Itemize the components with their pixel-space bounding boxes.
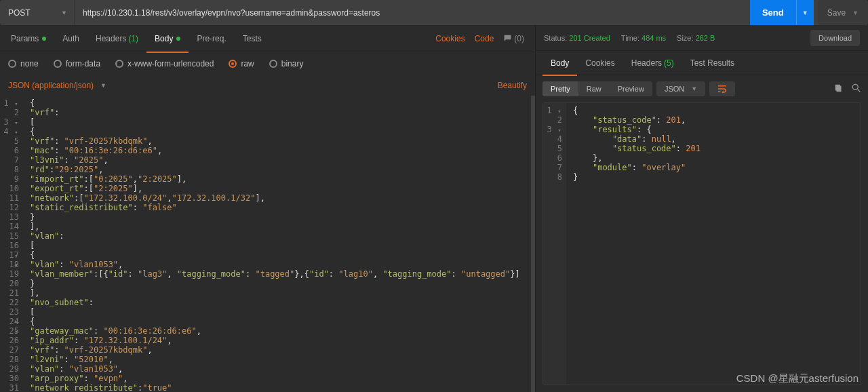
url-text: https://10.230.1.18/rest/v3/overlay/evpn… <box>83 8 380 18</box>
rtab-cookies[interactable]: Cookies <box>577 51 623 75</box>
caret-down-icon: ▼ <box>61 9 67 16</box>
send-button[interactable]: Send <box>750 0 796 25</box>
rtab-headers[interactable]: Headers (5) <box>623 51 682 75</box>
view-preview[interactable]: Preview <box>610 81 652 96</box>
tab-body[interactable]: Body <box>146 25 189 52</box>
line-gutter: 1 ▾23 ▾45678 <box>543 103 566 385</box>
caret-down-icon: ▼ <box>852 9 859 16</box>
search-icon[interactable] <box>852 83 861 95</box>
response-code: { "status_code": 201, "results": { "data… <box>543 103 861 182</box>
url-input[interactable]: https://10.230.1.18/rest/v3/overlay/evpn… <box>75 0 750 25</box>
wrap-icon <box>717 85 727 93</box>
comments-button[interactable]: (0) <box>503 34 524 43</box>
view-raw[interactable]: Raw <box>578 81 610 96</box>
view-mode-group: Pretty Raw Preview <box>542 81 652 96</box>
status-value: 201 Created <box>569 34 610 42</box>
radio-icon <box>54 60 62 68</box>
response-body-editor[interactable]: 1 ▾23 ▾45678 { "status_code": 201, "resu… <box>542 102 861 385</box>
http-method-label: POST <box>8 8 31 18</box>
send-label: Send <box>762 7 784 18</box>
save-button[interactable]: Save ▼ <box>818 0 868 25</box>
caret-down-icon: ▼ <box>100 82 106 89</box>
response-toolbar: Pretty Raw Preview JSON ▼ <box>536 75 868 102</box>
request-body-editor[interactable]: 1 ▾23 ▾4 ▾5678910111213141516 ▾17 ▾18192… <box>0 96 535 392</box>
save-label: Save <box>827 8 846 18</box>
code-link[interactable]: Code <box>475 34 494 43</box>
radio-icon <box>8 60 16 68</box>
response-status-row: Status: 201 Created Time: 484 ms Size: 2… <box>536 25 868 51</box>
tab-tests[interactable]: Tests <box>235 25 270 52</box>
request-tabs: Params Auth Headers(1) Body Pre-req. Tes… <box>0 25 535 52</box>
dot-indicator <box>42 37 46 41</box>
line-gutter: 1 ▾23 ▾4 ▾5678910111213141516 ▾17 ▾18192… <box>0 96 23 392</box>
scrollbar[interactable] <box>531 96 535 392</box>
dot-indicator <box>176 37 180 41</box>
request-code: {"vrf":[{"vrf": "vrf-20257kbdqmk","mac":… <box>0 96 535 392</box>
status-label: Status: <box>544 34 567 42</box>
copy-icon[interactable] <box>834 83 844 95</box>
body-type-none[interactable]: none <box>8 59 39 68</box>
http-method-select[interactable]: POST ▼ <box>0 0 75 25</box>
radio-icon <box>229 60 237 68</box>
svg-point-0 <box>852 84 858 90</box>
body-type-row: none form-data x-www-form-urlencoded raw… <box>0 52 535 75</box>
tab-params[interactable]: Params <box>3 25 54 52</box>
time-label: Time: <box>621 34 639 42</box>
body-type-xwww[interactable]: x-www-form-urlencoded <box>115 59 214 68</box>
tab-prereq[interactable]: Pre-req. <box>189 25 234 52</box>
comment-icon <box>503 34 512 43</box>
beautify-button[interactable]: Beautify <box>498 81 527 90</box>
response-format-select[interactable]: JSON ▼ <box>656 81 705 96</box>
body-type-raw[interactable]: raw <box>229 59 254 68</box>
rtab-tests[interactable]: Test Results <box>682 51 743 75</box>
size-value: 262 B <box>696 34 715 42</box>
content-type-label: JSON (application/json) <box>8 81 94 90</box>
tab-headers[interactable]: Headers(1) <box>87 25 146 52</box>
view-pretty[interactable]: Pretty <box>542 81 578 96</box>
time-value: 484 ms <box>642 34 666 42</box>
cookies-link[interactable]: Cookies <box>435 34 465 43</box>
download-button[interactable]: Download <box>810 30 860 46</box>
response-tabs: Body Cookies Headers (5) Test Results <box>536 51 868 75</box>
content-type-select[interactable]: JSON (application/json) ▼ <box>8 81 106 90</box>
tab-auth[interactable]: Auth <box>54 25 87 52</box>
size-label: Size: <box>677 34 693 42</box>
body-type-binary[interactable]: binary <box>269 59 304 68</box>
caret-down-icon: ▼ <box>691 85 697 92</box>
rtab-body[interactable]: Body <box>542 51 577 75</box>
radio-icon <box>269 60 277 68</box>
send-dropdown[interactable]: ▼ <box>796 0 814 25</box>
wrap-toggle[interactable] <box>709 81 735 96</box>
body-type-form-data[interactable]: form-data <box>54 59 100 68</box>
radio-icon <box>115 60 123 68</box>
